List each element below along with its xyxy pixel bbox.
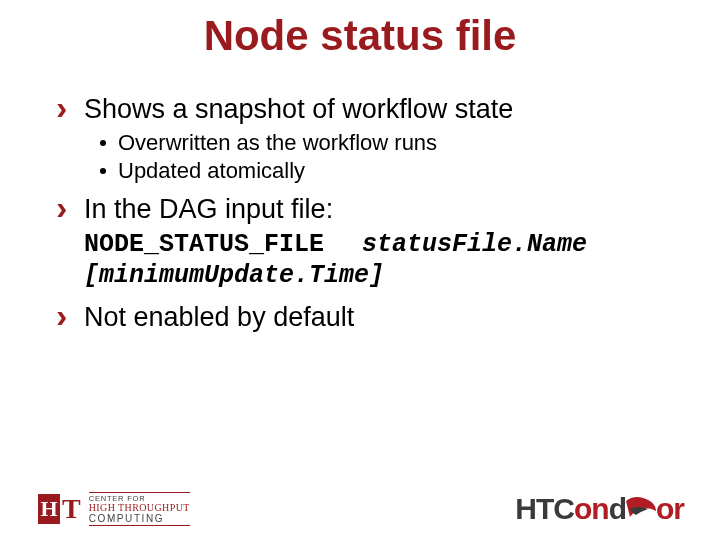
htcondor-part2: on (574, 492, 609, 525)
chtc-logo-text: CENTER FOR HIGH THROUGHPUT COMPUTING (89, 492, 190, 526)
chtc-line2: HIGH THROUGHPUT (89, 503, 190, 514)
bullet-1-sub-2: Updated atomically (100, 157, 690, 185)
chtc-logo-mark: H T (38, 493, 81, 525)
chtc-logo: H T CENTER FOR HIGH THROUGHPUT COMPUTING (38, 492, 190, 526)
bullet-3: Not enabled by default (56, 302, 690, 333)
footer: H T CENTER FOR HIGH THROUGHPUT COMPUTING… (0, 476, 720, 540)
chtc-logo-t: T (62, 493, 81, 525)
bullet-1-sub-1: Overwritten as the workflow runs (100, 129, 690, 157)
htcondor-text: HTCondor (515, 492, 684, 526)
slide-content: Shows a snapshot of workflow state Overw… (0, 94, 720, 333)
code-optional: [minimumUpdate.Time] (84, 261, 384, 290)
chtc-logo-h: H (38, 494, 60, 524)
htcondor-part1: HTC (515, 492, 574, 525)
bullet-2: In the DAG input file: (56, 194, 690, 225)
htcondor-logo: HTCondor (515, 492, 684, 526)
chtc-line3: COMPUTING (89, 514, 190, 525)
bullet-1: Shows a snapshot of workflow state (56, 94, 690, 125)
htcondor-part4: or (656, 492, 684, 525)
slide-title: Node status file (0, 0, 720, 84)
code-keyword: NODE_STATUS_FILE (84, 230, 324, 259)
code-block: NODE_STATUS_FILEstatusFile.Name [minimum… (84, 229, 690, 292)
bird-icon (624, 495, 658, 523)
code-arg: statusFile.Name (362, 230, 587, 259)
